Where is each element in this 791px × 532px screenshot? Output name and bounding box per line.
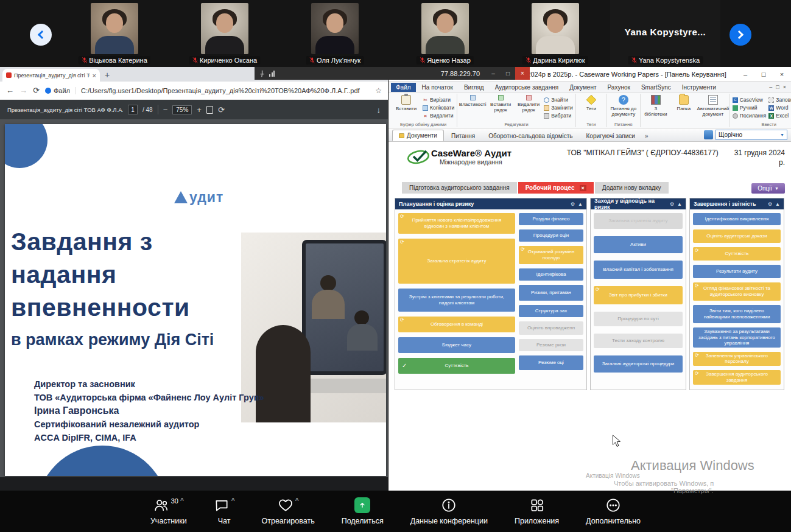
workflow-box[interactable]: ⟳Прийняття нового клієнта/продовження ві… [398, 213, 515, 234]
workflow-box[interactable]: Активи [594, 236, 683, 253]
tab-engagement[interactable]: Аудиторське завдання [490, 83, 563, 92]
participant-tile[interactable]: Віцькова Катерина [59, 0, 169, 67]
workflow-box[interactable]: Процедури по суті [594, 312, 683, 326]
workflow-box[interactable]: Процедури оцін [519, 229, 583, 242]
participant-tile[interactable]: Дарина Кирилюк [500, 0, 610, 67]
workflow-box[interactable]: Зустрічі з клієнтами та результати робот… [398, 289, 515, 312]
meeting-info-button[interactable]: Данные конференции [401, 497, 497, 525]
paste-button[interactable]: Вставити [392, 95, 420, 121]
chevron-up-icon[interactable]: ^ [180, 497, 184, 504]
copy-button[interactable]: Копіювати [423, 105, 454, 111]
gear-icon[interactable]: ⚙ [571, 201, 575, 207]
pin-icon[interactable] [259, 70, 265, 77]
share-restore-icon[interactable]: □ [501, 67, 515, 80]
workflow-box[interactable]: ✓Суттєвість [398, 358, 515, 374]
apps-button[interactable]: Приложения [505, 497, 569, 525]
tab-home[interactable]: На початок [417, 83, 458, 92]
insert-row-button[interactable]: Вставити рядок [488, 95, 513, 121]
mdi-minimize-icon[interactable]: – [769, 84, 772, 90]
panel-header[interactable]: Планування і оцінка ризику ⚙ ▲ [395, 198, 586, 209]
zoom-out-button[interactable]: − [163, 105, 168, 114]
forward-icon[interactable]: → [19, 86, 27, 95]
delete-row-button[interactable]: Видалити рядок [516, 95, 541, 121]
tab-trial-balance[interactable]: Оборотно-сальдова відомість [482, 131, 578, 141]
tab-account[interactable]: Рахунок [603, 83, 635, 92]
participant-tile[interactable]: Яценко Назар [390, 0, 500, 67]
period-icon[interactable] [704, 130, 713, 139]
tab-issues[interactable]: Питання [445, 131, 481, 141]
collapse-icon[interactable]: ▲ [578, 201, 583, 207]
caseview-button[interactable]: CCaseView [733, 97, 767, 103]
workflow-box[interactable]: Тести заходу контролю [594, 334, 683, 348]
properties-button[interactable]: Властивості [460, 95, 485, 121]
collapse-icon[interactable]: ▲ [775, 201, 780, 207]
zoom-level[interactable]: 75% [172, 105, 192, 114]
workflow-box[interactable]: Розділи фінансо [519, 213, 583, 225]
collapse-icon[interactable]: ▲ [677, 201, 682, 207]
tab-adjusting-entries[interactable]: Коригуючі записи [580, 131, 641, 141]
mdi-restore-icon[interactable]: □ [776, 84, 779, 90]
workflow-box[interactable]: Оцініть аудиторські докази [693, 229, 781, 243]
browser-tab[interactable]: Презентація_аудиту_дія сіті ТО × [2, 69, 100, 82]
workflow-box[interactable]: Резюме ризи [519, 339, 583, 351]
share-close-icon[interactable]: × [515, 67, 530, 80]
tab-engagement-preparation[interactable]: Підготовка аудиторського завдання [402, 182, 517, 194]
tab-file[interactable]: Файл [391, 83, 416, 92]
mdi-close-icon[interactable]: × [783, 84, 786, 90]
workflow-box[interactable]: ⟳Обговорення в команді [398, 317, 515, 332]
pdf-viewport[interactable]: удит Завдання з надання впевненности в р… [0, 119, 388, 491]
chevron-up-icon[interactable]: ^ [295, 497, 299, 504]
participant-tile[interactable]: Yana Kopystyre... Yana Kopystyrenska [610, 0, 720, 67]
participant-tile[interactable]: Кириченко Оксана [169, 0, 279, 67]
workflow-box[interactable]: ⟳Завершення аудиторського завдання [693, 370, 781, 385]
tab-overflow-icon[interactable]: » [642, 131, 651, 141]
workflow-box[interactable]: ⟳Суттєвість [693, 247, 781, 261]
rotate-icon[interactable]: ⟳ [218, 105, 225, 114]
participant-tile[interactable]: Оля Лук’янчук [279, 0, 390, 67]
word-button[interactable]: WWord [768, 105, 791, 111]
workflow-box[interactable]: Ідентифікова [519, 268, 583, 281]
maximize-button[interactable]: □ [754, 67, 773, 81]
excel-button[interactable]: XExcel [768, 113, 791, 119]
workflow-box[interactable]: Результати аудиту [693, 265, 781, 278]
tab-view[interactable]: Вигляд [459, 83, 489, 92]
workflow-box[interactable]: ⟳Запевнення управлінського персоналу [693, 352, 781, 366]
workflow-box[interactable]: Бюджет часу [398, 337, 515, 353]
new-tab-button[interactable]: + [105, 70, 110, 80]
placeholder-button[interactable]: Заповнювач [768, 97, 791, 103]
tags-button[interactable]: Теги [578, 95, 604, 121]
browser-address-bar[interactable]: ← → ⟳ Файл C:/Users/flg.user1/Desktop/Пр… [0, 82, 388, 100]
select-button[interactable]: Вибрати [544, 113, 573, 119]
more-button[interactable]: Дополнительно [576, 497, 650, 525]
workflow-box[interactable]: Звіти тим, кого наділено найвищими повно… [693, 305, 781, 323]
workflow-box[interactable]: Резюме оці [519, 355, 583, 370]
cut-button[interactable]: ✂Вирізати [423, 97, 454, 103]
back-icon[interactable]: ← [6, 86, 14, 95]
tab-document[interactable]: Документ [564, 83, 601, 92]
workflow-box[interactable]: Загальні аудиторські процедури [594, 355, 683, 373]
tab-close-icon[interactable]: × [93, 72, 96, 79]
document-issue-button[interactable]: ?Питання до документу [610, 95, 638, 121]
address-text[interactable]: C:/Users/flg.user1/Desktop/Презентація_а… [81, 87, 370, 94]
period-dropdown[interactable]: Щорічно ▼ [715, 130, 787, 140]
workflow-box[interactable]: ⟳Звіт про прибутки і збитки [594, 286, 683, 304]
auto-document-button[interactable]: Автоматичний документ [699, 95, 727, 121]
tab-documents[interactable]: Документи [392, 130, 444, 141]
download-icon[interactable]: ↓ [377, 105, 381, 114]
link-button[interactable]: Посилання [733, 113, 767, 119]
tab-add-new[interactable]: Додати нову вкладку [595, 182, 669, 194]
options-button[interactable]: Опції ▼ [751, 183, 785, 194]
folder-button[interactable]: Папка [671, 95, 697, 121]
workflow-box[interactable]: Загальна стратегія аудиту [594, 213, 683, 229]
participants-button[interactable]: 30 ^ Участники [141, 497, 197, 525]
minimize-button[interactable]: – [736, 67, 754, 81]
workflow-box[interactable]: Власний капітал і зобов'язання [594, 261, 683, 279]
panel-header[interactable]: Заходи у відповідь на ризик ⚙ ▲ [591, 198, 686, 209]
workflow-box[interactable]: ⟳Загальна стратегія аудиту [398, 239, 515, 284]
tab-workflow[interactable]: Робочий процес × [518, 182, 594, 194]
page-number-input[interactable]: 1 [128, 105, 138, 114]
share-screen-button[interactable]: Поделиться [332, 497, 393, 525]
workflow-box[interactable]: Ризики, притаман [519, 285, 583, 301]
from-library-button[interactable]: З бібліотеки [643, 95, 669, 121]
reload-icon[interactable]: ⟳ [33, 86, 40, 95]
